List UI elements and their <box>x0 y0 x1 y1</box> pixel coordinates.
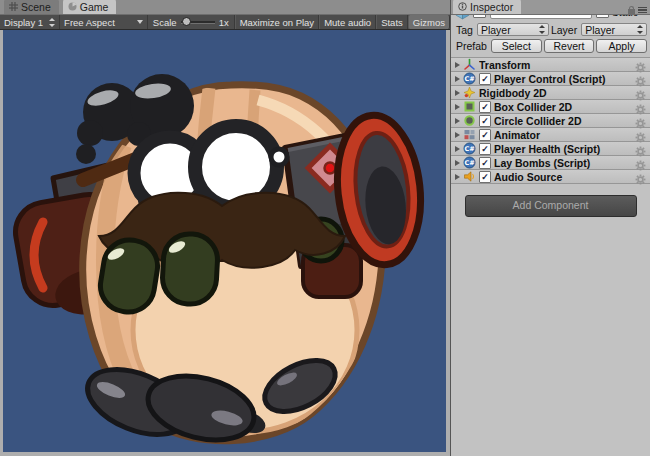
component-enabled-checkbox[interactable] <box>479 115 491 127</box>
grid-icon <box>9 2 18 11</box>
scale-value: 1x <box>219 17 229 28</box>
component-enabled-checkbox[interactable] <box>479 143 491 155</box>
scale-label: Scale <box>153 17 177 28</box>
gizmos-label: Gizmos <box>413 17 445 28</box>
rigidbody2d-icon <box>463 86 476 99</box>
gear-icon[interactable] <box>635 171 646 182</box>
prefab-select-button[interactable]: Select <box>491 39 542 53</box>
tab-scene[interactable]: Scene <box>4 0 59 14</box>
gear-icon[interactable] <box>635 101 646 112</box>
foldout-icon[interactable] <box>455 118 460 124</box>
stats-label: Stats <box>381 17 403 28</box>
stats-button[interactable]: Stats <box>376 15 408 29</box>
foldout-icon[interactable] <box>455 160 460 166</box>
gear-icon[interactable] <box>635 73 646 84</box>
svg-text:C#: C# <box>464 145 474 153</box>
tag-layer-row: Tag Player Layer Player <box>454 23 647 36</box>
tab-scene-label: Scene <box>21 1 51 13</box>
tag-label: Tag <box>456 24 473 36</box>
mute-audio-button[interactable]: Mute audio <box>319 15 376 29</box>
game-scene[interactable] <box>3 30 446 452</box>
csharp-script-icon: C# <box>463 142 476 155</box>
scale-slider-knob[interactable] <box>182 17 191 26</box>
component-row-audio-source[interactable]: Audio Source <box>451 170 650 184</box>
foldout-icon[interactable] <box>455 90 460 96</box>
tag-value: Player <box>481 24 511 36</box>
audio-source-icon <box>463 170 476 183</box>
lock-icon[interactable] <box>628 6 635 14</box>
prefab-label: Prefab <box>456 40 487 52</box>
game-toolbar: Display 1 Free Aspect Scale 1x Maximize … <box>0 15 450 30</box>
component-name: Player Health (Script) <box>494 143 635 155</box>
left-tab-strip: Scene Game <box>0 0 450 15</box>
foldout-icon[interactable] <box>455 104 460 110</box>
component-row-transform[interactable]: Transform <box>451 58 650 72</box>
menu-icon[interactable] <box>638 7 647 14</box>
foldout-icon[interactable] <box>455 76 460 82</box>
component-row-player-control[interactable]: C# Player Control (Script) <box>451 72 650 86</box>
tag-dropdown[interactable]: Player <box>477 23 549 36</box>
mute-label: Mute audio <box>324 17 371 28</box>
layer-label: Layer <box>551 24 577 36</box>
prefab-row: Prefab Select Revert Apply <box>454 39 647 53</box>
aspect-dropdown-label: Free Aspect <box>64 17 115 28</box>
unity-editor-window: { "colors": { "game_background": "#3a548… <box>0 0 650 456</box>
gear-icon[interactable] <box>635 129 646 140</box>
popup-icon <box>534 25 545 34</box>
gear-icon[interactable] <box>635 59 646 70</box>
gear-icon[interactable] <box>635 157 646 168</box>
tab-game[interactable]: Game <box>63 0 117 14</box>
scale-slider[interactable] <box>181 21 215 24</box>
aspect-dropdown[interactable]: Free Aspect <box>60 15 148 29</box>
maximize-on-play-button[interactable]: Maximize on Play <box>235 15 319 29</box>
game-icon <box>68 2 77 11</box>
game-panel: Scene Game Display 1 Free Aspect Scale 1… <box>0 0 450 456</box>
svg-text:C#: C# <box>464 159 474 167</box>
chevron-down-icon <box>137 20 143 24</box>
foldout-icon[interactable] <box>455 146 460 152</box>
component-row-animator[interactable]: Animator <box>451 128 650 142</box>
csharp-script-icon: C# <box>463 156 476 169</box>
display-dropdown[interactable]: Display 1 <box>0 15 60 29</box>
component-enabled-checkbox[interactable] <box>479 157 491 169</box>
inspector-strip-icons <box>628 6 650 14</box>
add-component-button[interactable]: Add Component <box>465 195 637 217</box>
foldout-icon[interactable] <box>455 132 460 138</box>
popup-icon <box>48 18 55 27</box>
layer-dropdown[interactable]: Player <box>581 23 647 36</box>
popup-icon <box>632 25 643 34</box>
svg-text:C#: C# <box>464 75 474 83</box>
component-row-circle-collider2d[interactable]: Circle Collider 2D <box>451 114 650 128</box>
foldout-icon[interactable] <box>455 62 460 68</box>
prefab-apply-button[interactable]: Apply <box>596 39 647 53</box>
component-row-rigidbody2d[interactable]: Rigidbody 2D <box>451 86 650 100</box>
component-list: Transform C# Player Control (Script) Rig… <box>451 57 650 184</box>
component-name: Player Control (Script) <box>494 73 635 85</box>
prefab-revert-button[interactable]: Revert <box>544 39 595 53</box>
foldout-icon[interactable] <box>455 174 460 180</box>
component-name: Circle Collider 2D <box>494 115 635 127</box>
component-enabled-checkbox[interactable] <box>479 171 491 183</box>
maximize-label: Maximize on Play <box>240 17 314 28</box>
gear-icon[interactable] <box>635 143 646 154</box>
inspector-panel: Inspector hero Static Tag <box>450 0 650 456</box>
gear-icon[interactable] <box>635 87 646 98</box>
display-dropdown-label: Display 1 <box>4 17 43 28</box>
circle-collider2d-icon <box>463 114 476 127</box>
scale-control: Scale 1x <box>148 15 235 29</box>
component-name: Animator <box>494 129 635 141</box>
component-row-player-health[interactable]: C# Player Health (Script) <box>451 142 650 156</box>
component-row-box-collider2d[interactable]: Box Collider 2D <box>451 100 650 114</box>
component-name: Audio Source <box>494 171 635 183</box>
gear-icon[interactable] <box>635 115 646 126</box>
component-enabled-checkbox[interactable] <box>479 101 491 113</box>
info-icon <box>458 2 467 11</box>
component-row-lay-bombs[interactable]: C# Lay Bombs (Script) <box>451 156 650 170</box>
component-enabled-checkbox[interactable] <box>479 73 491 85</box>
layer-value: Player <box>585 24 615 36</box>
gizmos-button[interactable]: Gizmos <box>408 15 450 29</box>
tab-inspector[interactable]: Inspector <box>453 0 521 14</box>
component-name: Rigidbody 2D <box>479 87 635 99</box>
component-enabled-checkbox[interactable] <box>479 129 491 141</box>
tab-game-label: Game <box>80 1 109 13</box>
